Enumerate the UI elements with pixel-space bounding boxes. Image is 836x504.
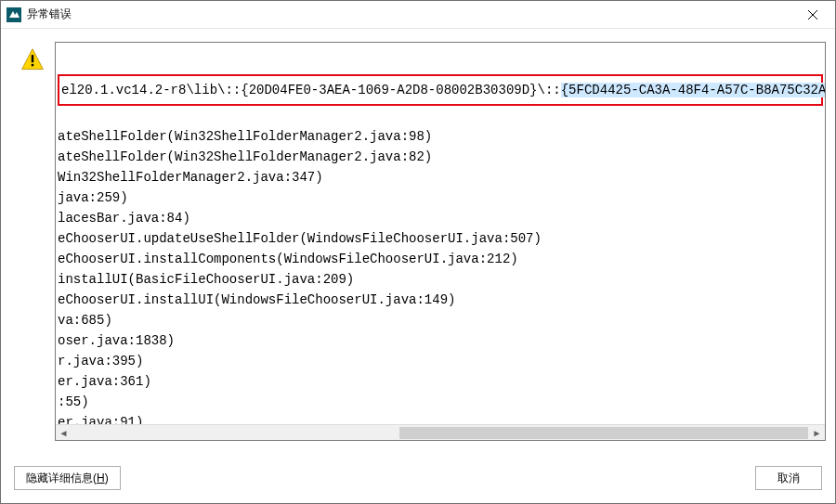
close-button[interactable] — [794, 2, 831, 28]
stack-line[interactable]: installUI(BasicFileChooserUI.java:209) — [56, 269, 825, 290]
stack-trace-viewport[interactable]: el20.1.vc14.2-r8\lib\::{20D04FE0-3AEA-10… — [56, 43, 825, 424]
stack-line[interactable]: r.java:395) — [56, 351, 825, 371]
hide-details-button[interactable]: 隐藏详细信息(H) — [14, 466, 121, 490]
svg-rect-5 — [32, 64, 33, 66]
warning-icon — [20, 47, 45, 71]
stack-line[interactable]: eChooserUI.installComponents(WindowsFile… — [56, 249, 825, 269]
app-icon — [7, 7, 21, 22]
dialog-button-row: 隐藏详细信息(H) 取消 — [1, 455, 835, 503]
stack-line[interactable]: eChooserUI.installUI(WindowsFileChooserU… — [56, 290, 825, 310]
stack-line[interactable]: Win32ShellFolderManager2.java:347) — [56, 167, 825, 187]
content-column: el20.1.vc14.2-r8\lib\::{20D04FE0-3AEA-10… — [55, 42, 826, 449]
highlighted-path-row: el20.1.vc14.2-r8\lib\::{20D04FE0-3AEA-10… — [58, 74, 823, 106]
close-icon — [808, 10, 817, 19]
horizontal-scrollbar[interactable]: ◄ ► — [56, 424, 825, 440]
svg-rect-4 — [32, 55, 33, 62]
scroll-left-arrow[interactable]: ◄ — [56, 425, 72, 441]
error-dialog: 异常错误 el20.1.vc14.2-r8\lib\::{20D04FE0-3A… — [0, 0, 836, 504]
stack-line[interactable]: java:259) — [56, 187, 825, 208]
stack-line[interactable]: eChooserUI.updateUseShellFolder(WindowsF… — [56, 228, 825, 249]
scroll-thumb[interactable] — [399, 427, 808, 439]
stack-line[interactable]: va:685) — [56, 310, 825, 330]
selected-guid: {5FCD4425-CA3A-48F4-A57C-B8A75C32ACB1} — [561, 83, 825, 97]
stack-line[interactable]: lacesBar.java:84) — [56, 208, 825, 228]
highlighted-path-text[interactable]: el20.1.vc14.2-r8\lib\::{20D04FE0-3AEA-10… — [61, 80, 819, 100]
icon-column — [10, 42, 55, 449]
window-title: 异常错误 — [27, 6, 794, 22]
stack-line[interactable]: :55) — [56, 392, 825, 412]
stack-line[interactable]: ateShellFolder(Win32ShellFolderManager2.… — [56, 147, 825, 167]
stack-trace-lines: ateShellFolder(Win32ShellFolderManager2.… — [56, 126, 825, 424]
stack-trace-panel: el20.1.vc14.2-r8\lib\::{20D04FE0-3AEA-10… — [55, 42, 826, 441]
scroll-right-arrow[interactable]: ► — [809, 425, 825, 441]
cancel-button[interactable]: 取消 — [755, 466, 822, 490]
stack-line[interactable]: ateShellFolder(Win32ShellFolderManager2.… — [56, 126, 825, 147]
dialog-body: el20.1.vc14.2-r8\lib\::{20D04FE0-3AEA-10… — [1, 29, 835, 455]
stack-line[interactable]: er.java:91) — [56, 412, 825, 424]
stack-line[interactable]: oser.java:1838) — [56, 330, 825, 351]
titlebar: 异常错误 — [1, 1, 835, 29]
stack-line[interactable]: er.java:361) — [56, 371, 825, 392]
